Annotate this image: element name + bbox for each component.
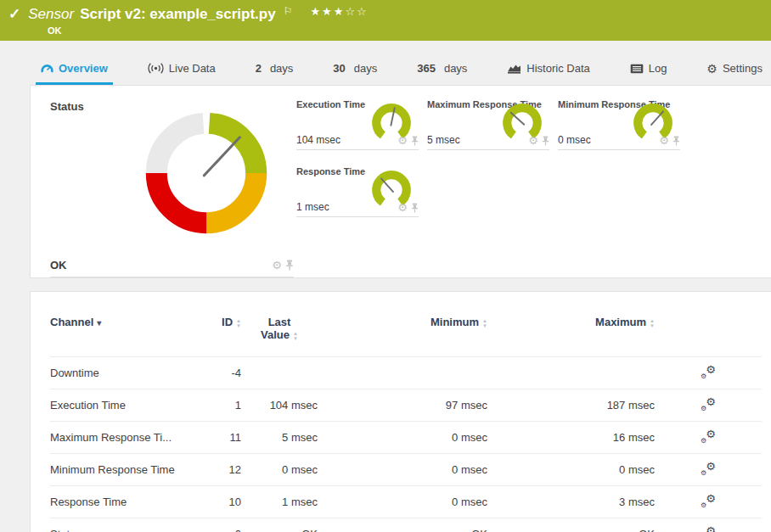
sorted-desc-icon: ▾ bbox=[97, 318, 101, 328]
channel-last-value bbox=[241, 357, 318, 389]
main-content: Status OK ⚙ bbox=[0, 85, 771, 532]
channel-name[interactable]: Downtime bbox=[50, 357, 190, 389]
channel-minimum: 0 msec bbox=[318, 486, 487, 518]
tab-2-days[interactable]: 2 days bbox=[250, 62, 299, 85]
column-header-settings bbox=[655, 304, 762, 357]
table-row: Maximum Response Ti... 11 5 msec 0 msec … bbox=[50, 422, 762, 454]
gauge-value: 104 msec bbox=[296, 134, 340, 146]
gauge-icon bbox=[41, 63, 53, 75]
channel-settings-gears-icon[interactable]: ⚙⚙ bbox=[701, 365, 716, 378]
tab-30-days[interactable]: 30 days bbox=[328, 62, 382, 85]
log-icon bbox=[630, 64, 644, 74]
tab-historic-data[interactable]: Historic Data bbox=[502, 62, 594, 85]
panel-settings-gear-icon[interactable]: ⚙ bbox=[272, 260, 282, 271]
status-needle bbox=[204, 137, 239, 176]
tab-label: Live Data bbox=[169, 62, 216, 75]
channel-maximum: 16 msec bbox=[487, 422, 655, 454]
channel-last-value: 0 msec bbox=[241, 454, 318, 486]
channel-name[interactable]: Execution Time bbox=[50, 389, 190, 422]
historic-chart-icon bbox=[507, 63, 521, 74]
sensor-title: Script v2: example_script.py bbox=[80, 6, 276, 23]
column-header-minimum[interactable]: Minimum▲▼ bbox=[318, 304, 487, 357]
tab-settings[interactable]: ⚙ Settings bbox=[701, 62, 768, 85]
donut-segment-error bbox=[156, 173, 206, 223]
status-gauge-panel: Status OK ⚙ bbox=[50, 93, 294, 277]
tab-365-days[interactable]: 365 days bbox=[412, 62, 472, 85]
pin-icon[interactable] bbox=[542, 136, 549, 146]
panel-settings-gear-icon[interactable]: ⚙ bbox=[397, 135, 408, 146]
object-kind-label: Sensor bbox=[28, 6, 74, 23]
channel-minimum: 97 msec bbox=[318, 389, 487, 422]
channel-settings-gears-icon[interactable]: ⚙⚙ bbox=[701, 397, 716, 411]
gear-icon: ⚙ bbox=[706, 63, 718, 75]
channel-last-value: 1 msec bbox=[241, 486, 318, 518]
channel-last-value: 104 msec bbox=[241, 389, 318, 422]
table-row: Status 0 OK OK OK ⚙⚙ bbox=[50, 518, 762, 532]
mini-gauges-grid: Execution Time 104 msec ⚙ bbox=[296, 93, 680, 277]
tab-label: Log bbox=[649, 62, 667, 75]
table-row: Downtime -4 ⚙⚙ bbox=[50, 357, 762, 389]
gauge-panel-maximum-response-time: Maximum Response Time 5 msec ⚙ bbox=[427, 93, 549, 150]
tab-label: Settings bbox=[723, 62, 763, 75]
donut-segment-ok bbox=[210, 123, 256, 173]
tab-number: 30 bbox=[333, 62, 345, 75]
pin-icon[interactable] bbox=[411, 203, 419, 213]
channel-name[interactable]: Minimum Response Time bbox=[50, 454, 190, 486]
table-row: Execution Time 1 104 msec 97 msec 187 ms… bbox=[50, 389, 762, 422]
channel-settings-gears-icon[interactable]: ⚙⚙ bbox=[701, 462, 716, 475]
gauge-needle bbox=[381, 178, 394, 193]
tab-label: days bbox=[270, 62, 293, 75]
pin-icon[interactable] bbox=[285, 260, 294, 271]
channel-name[interactable]: Response Time bbox=[50, 486, 190, 518]
gauge-panel-execution-time: Execution Time 104 msec ⚙ bbox=[296, 93, 419, 150]
gauge-value: 0 msec bbox=[558, 134, 591, 146]
channel-settings-gears-icon[interactable]: ⚙⚙ bbox=[701, 429, 716, 443]
tab-log[interactable]: Log bbox=[625, 62, 673, 85]
tab-number: 2 bbox=[256, 62, 262, 75]
priority-stars[interactable]: ★★★☆☆ bbox=[310, 5, 368, 18]
sensor-header: ✓ Sensor Script v2: example_script.py ⚐ … bbox=[0, 0, 771, 41]
donut-segment-warning bbox=[206, 173, 256, 223]
pin-icon[interactable] bbox=[673, 136, 680, 146]
panel-settings-gear-icon[interactable]: ⚙ bbox=[528, 135, 538, 146]
flag-icon[interactable]: ⚐ bbox=[284, 5, 293, 17]
channel-minimum: 0 msec bbox=[318, 454, 487, 486]
tab-label: days bbox=[444, 62, 467, 75]
tab-live-data[interactable]: Live Data bbox=[143, 62, 221, 85]
gauge-needle bbox=[651, 111, 664, 126]
gauge-value: 1 msec bbox=[296, 201, 329, 213]
gauge-value: 5 msec bbox=[427, 134, 460, 146]
channel-name[interactable]: Maximum Response Ti... bbox=[50, 422, 190, 454]
column-header-last-value[interactable]: Last Value▲▼ bbox=[241, 304, 318, 357]
gauge-panel-minimum-response-time: Minimum Response Time 0 msec ⚙ bbox=[558, 93, 680, 150]
column-header-maximum[interactable]: Maximum▲▼ bbox=[487, 304, 655, 357]
gauges-panel: Status OK ⚙ bbox=[30, 85, 771, 278]
channel-id: 10 bbox=[190, 486, 241, 518]
channels-table: Channel▾ ID▲▼ Last Value▲▼ Minimum▲▼ Max… bbox=[50, 304, 762, 532]
channel-maximum: 3 msec bbox=[487, 486, 655, 518]
tab-label: Historic Data bbox=[526, 62, 589, 75]
column-header-id[interactable]: ID▲▼ bbox=[190, 304, 241, 357]
sort-icon: ▲▼ bbox=[293, 331, 298, 341]
pin-icon[interactable] bbox=[411, 136, 419, 146]
panel-settings-gear-icon[interactable]: ⚙ bbox=[397, 202, 408, 213]
tab-bar: Overview Live Data 2 days 30 days 365 da… bbox=[0, 41, 771, 85]
status-value: OK bbox=[50, 259, 67, 272]
channels-table-panel: Channel▾ ID▲▼ Last Value▲▼ Minimum▲▼ Max… bbox=[30, 291, 771, 532]
channel-maximum bbox=[487, 357, 655, 389]
channel-name[interactable]: Status bbox=[50, 518, 190, 532]
panel-settings-gear-icon[interactable]: ⚙ bbox=[659, 135, 669, 146]
table-header-row: Channel▾ ID▲▼ Last Value▲▼ Minimum▲▼ Max… bbox=[50, 304, 762, 357]
channel-last-value: OK bbox=[241, 518, 318, 532]
status-donut-gauge bbox=[141, 108, 272, 242]
sort-icon: ▲▼ bbox=[650, 318, 655, 328]
gauge-needle bbox=[510, 112, 525, 125]
channel-maximum: 0 msec bbox=[487, 454, 655, 486]
channel-settings-gears-icon[interactable]: ⚙⚙ bbox=[701, 494, 716, 507]
channel-settings-gears-icon[interactable]: ⚙⚙ bbox=[701, 526, 716, 532]
tab-overview[interactable]: Overview bbox=[36, 62, 113, 85]
sort-icon: ▲▼ bbox=[236, 318, 241, 328]
channel-minimum: OK bbox=[318, 518, 487, 532]
column-header-channel[interactable]: Channel▾ bbox=[50, 304, 190, 357]
tab-label: days bbox=[354, 62, 377, 75]
